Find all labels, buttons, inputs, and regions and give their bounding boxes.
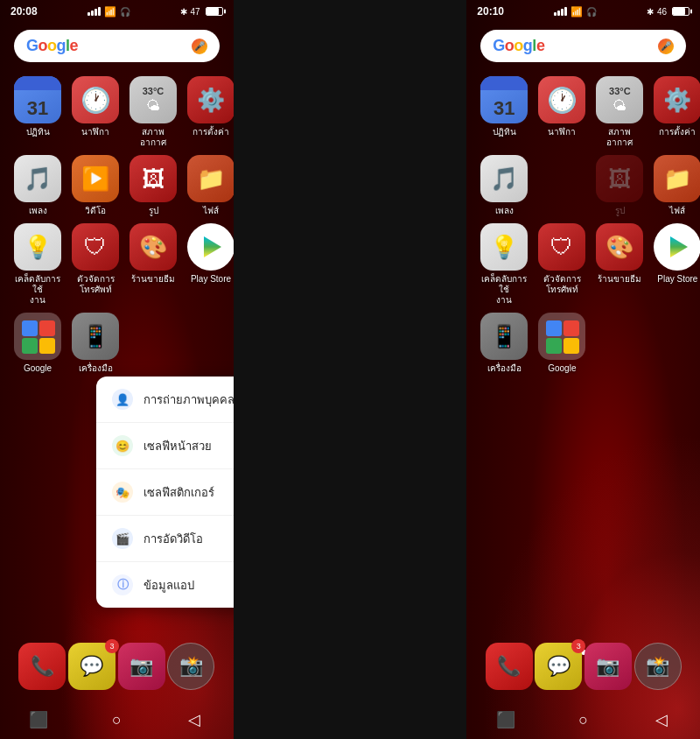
camera-icon-left: 📸 <box>167 643 214 690</box>
nav-back-left[interactable]: ◁ <box>177 702 212 737</box>
folder-mini-r3 <box>546 338 562 354</box>
gallery-label-left: รูป <box>149 206 158 216</box>
dock-messages-left[interactable]: 💬 3 <box>68 643 116 690</box>
app-playstore-right[interactable]: Play Store <box>654 223 700 306</box>
app-files-right[interactable]: 📁 ไฟส์ <box>654 155 700 216</box>
dock-messages-right[interactable]: 💬 3 <box>535 643 582 690</box>
battery-icon-right <box>672 7 690 16</box>
folder-mini-1 <box>22 320 38 336</box>
messages-badge-left: 3 <box>105 639 119 653</box>
clock-icon-right: 🕐 <box>538 76 585 123</box>
search-bar-left[interactable]: Google 🎤 <box>14 30 220 62</box>
app-appstore-right[interactable]: 🎨 ร้านขายธีม <box>596 223 643 306</box>
portrait-label: การถ่ายภาพบุคคล <box>144 391 234 409</box>
app-device-left[interactable]: 📱 เครื่องมือ <box>72 313 119 374</box>
clock-label-left: นาฬิกา <box>81 127 109 137</box>
menu-selfie[interactable]: 😊 เซลฟีหน้าสวย <box>96 423 234 469</box>
app-appstore-left[interactable]: 🎨 ร้านขายธีม <box>130 223 177 306</box>
phone-icon-left: 📞 <box>18 643 66 690</box>
menu-video[interactable]: 🎬 การอัดวิดีโอ <box>96 516 234 562</box>
app-google-folder-left[interactable]: Google <box>14 313 61 374</box>
folder-mini-2 <box>39 320 55 336</box>
menu-selfie-sticker[interactable]: 🎭 เซลฟีสติกเกอร์ <box>96 469 234 516</box>
calendar-date-right: 31 <box>494 97 514 120</box>
dock-camera-right[interactable]: 📸 <box>634 643 682 690</box>
messages-icon-right: 💬 3 <box>535 643 582 690</box>
battery-area-right: ✱ 46 <box>647 7 690 17</box>
files-label-left: ไฟส์ <box>203 206 219 216</box>
menu-appinfo[interactable]: ⓘ ข้อมูลแอป <box>96 562 234 608</box>
nav-square-right[interactable]: ⬛ <box>488 702 523 737</box>
time-left: 20:08 <box>10 5 38 18</box>
battery-icon-left <box>206 7 223 16</box>
app-files-left[interactable]: 📁 ไฟส์ <box>187 155 234 216</box>
battery-tip-left <box>224 10 226 14</box>
left-screen: 20:08 📶 🎧 ✱ 47 Google 🎤 <box>0 0 234 739</box>
nav-square-left[interactable]: ⬛ <box>21 702 56 737</box>
app-settings-right[interactable]: ⚙️ การตั้งค่า <box>654 76 700 148</box>
appstore-icon-left: 🎨 <box>130 223 177 271</box>
music-label-left: เพลง <box>29 206 47 216</box>
app-video-left[interactable]: ▶️ วิดีโอ <box>72 155 119 216</box>
appstore-label-left: ร้านขายธีม <box>131 274 175 285</box>
app-clock-left[interactable]: 🕐 นาฬิกา <box>72 76 119 148</box>
nav-home-right[interactable]: ○ <box>566 702 601 737</box>
app-weather-left[interactable]: 33°C 🌤 สภาพอากาศ <box>130 76 177 148</box>
dock-camera-left[interactable]: 📸 <box>167 643 214 690</box>
nav-home-left[interactable]: ○ <box>99 702 134 737</box>
instagram-icon-right: 📷 <box>584 643 632 690</box>
clock-label-right: นาฬิกา <box>548 127 576 137</box>
app-grid-row3-left: 💡 เคล็ดลับการใช้ งาน 🛡 ตัวจัดการ โทรศัพท… <box>0 216 234 313</box>
app-playstore-left[interactable]: Play Store <box>187 223 234 306</box>
taskmanager-label-left: ตัวจัดการ โทรศัพท์ <box>77 274 115 295</box>
settings-label-left: การตั้งค่า <box>192 127 229 137</box>
search-bar-right[interactable]: Google 🎤 <box>480 30 686 62</box>
taskmanager-icon-right: 🛡 <box>538 223 585 271</box>
right-screen: 20:10 📶 🎧 ✱ 46 Google 🎤 <box>466 0 700 739</box>
app-settings-left[interactable]: ⚙️ การตั้งค่า <box>187 76 234 148</box>
app-music-left[interactable]: 🎵 เพลง <box>14 155 61 216</box>
status-indicators-left: 📶 🎧 <box>88 6 130 18</box>
device-icon-left: 📱 <box>72 313 119 360</box>
bluetooth-icon-left: ✱ <box>180 7 187 17</box>
dock-phone-left[interactable]: 📞 <box>18 643 66 690</box>
app-grid-row1-left: 31 ปฏิทิน 🕐 นาฬิกา 33°C 🌤 สภาพอากาศ ⚙️ ก… <box>0 69 234 155</box>
taskmanager-icon-left: 🛡 <box>72 223 119 271</box>
dock-instagram-left[interactable]: 📷 <box>118 643 165 690</box>
app-taskmanager-left[interactable]: 🛡 ตัวจัดการ โทรศัพท์ <box>72 223 119 306</box>
app-tips-left[interactable]: 💡 เคล็ดลับการใช้ งาน <box>14 223 61 306</box>
svg-marker-1 <box>670 236 688 257</box>
dock-instagram-right[interactable]: 📷 <box>584 643 632 690</box>
google-folder-icon-left <box>14 313 61 360</box>
battery-tip-right <box>690 10 692 14</box>
battery-percent-left: 47 <box>191 7 200 17</box>
mic-icon-right[interactable]: 🎤 <box>658 39 674 54</box>
folder-mini-4 <box>39 338 55 354</box>
signal-icon-left <box>88 7 101 16</box>
app-gallery-left[interactable]: 🖼 รูป <box>130 155 177 216</box>
playstore-label-right: Play Store <box>657 274 697 285</box>
app-tips-right[interactable]: 💡 เคล็ดลับการใช้ งาน <box>480 223 528 306</box>
gallery-icon-right: 🖼 <box>596 155 643 202</box>
app-calendar-left[interactable]: 31 ปฏิทิน <box>14 76 61 148</box>
calendar-label-left: ปฏิทิน <box>26 127 50 137</box>
app-weather-right[interactable]: 33°C 🌤 สภาพอากาศ <box>596 76 643 148</box>
status-bar-right: 20:10 📶 🎧 ✱ 46 <box>466 0 700 23</box>
dock-phone-right[interactable]: 📞 <box>486 643 533 690</box>
app-taskmanager-right[interactable]: 🛡 ตัวจัดการ โทรศัพท์ <box>538 223 585 306</box>
folder-mini-3 <box>22 338 38 354</box>
app-google-folder-right[interactable]: Google <box>538 313 585 374</box>
app-grid-row1-right: 31 ปฏิทิน 🕐 นาฬิกา 33°C 🌤 สภาพอากาศ ⚙️ ก… <box>466 69 700 155</box>
nav-back-right[interactable]: ◁ <box>644 702 679 737</box>
instagram-icon-left: 📷 <box>118 643 165 690</box>
calendar-icon-right: 31 <box>480 76 528 123</box>
mic-icon-left[interactable]: 🎤 <box>192 39 207 54</box>
device-label-right: เครื่องมือ <box>487 363 522 374</box>
app-device-right[interactable]: 📱 เครื่องมือ <box>480 313 528 374</box>
menu-portrait[interactable]: 👤 การถ่ายภาพบุคคล <box>96 377 234 423</box>
app-calendar-right[interactable]: 31 ปฏิทิน <box>480 76 528 148</box>
app-gallery-right[interactable]: 🖼 รูป <box>596 155 643 216</box>
app-clock-right[interactable]: 🕐 นาฬิกา <box>538 76 585 148</box>
app-music-right[interactable]: 🎵 เพลง <box>480 155 528 216</box>
video-label-left: วิดีโอ <box>85 206 106 216</box>
